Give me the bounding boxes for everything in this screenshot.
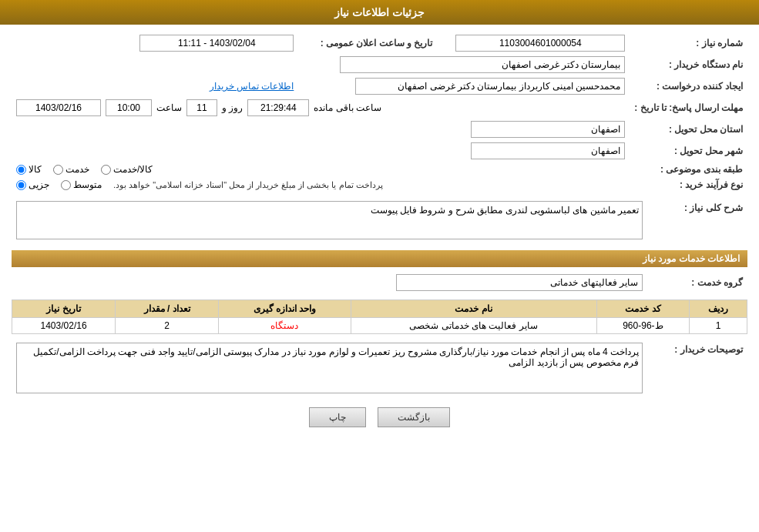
ostan-label: استان محل تحویل : [630, 119, 747, 140]
radio-khedmat-label: خدمت [65, 164, 89, 175]
sharh-table: شرح کلی نیاز : تعمیر ماشین های لباسشویی … [12, 199, 747, 244]
ijad-input: محمدحسین امینی کاربرداز بیمارستان دکتر غ… [355, 78, 625, 95]
row-tosif: توصیحات خریدار : پرداخت 4 ماه پس از انجا… [12, 340, 747, 398]
cell-radif: 1 [690, 318, 747, 334]
col-radif: ردیف [690, 300, 747, 318]
namdastgah-value: بیمارستان دکتر غرضی اصفهان [12, 54, 630, 75]
row-tabebandi: طبقه بندی موضوعی : کالا/خدمت خدمت [12, 162, 747, 177]
radio-kala-khedmat-label: کالا/خدمت [113, 164, 153, 175]
mohlat-label: مهلت ارسال پاسخ: تا تاریخ : [630, 97, 747, 119]
print-button[interactable]: چاپ [309, 407, 366, 427]
nevoe-container: پرداخت تمام یا بخشی از مبلغ خریدار از مح… [16, 179, 625, 190]
col-vahed: واحد اندازه گیری [219, 300, 351, 318]
button-row: بازگشت چاپ [12, 407, 747, 439]
namdastgah-label: نام دستگاه خریدار : [630, 54, 747, 75]
ettelaat-link[interactable]: اطلاعات تماس خریدار [210, 81, 294, 92]
nevoe-notice: پرداخت تمام یا بخشی از مبلغ خریدار از مح… [113, 180, 383, 190]
grooh-input: سایر فعالیتهای خدماتی [396, 274, 643, 291]
nevoe-radio-group: متوسط جزیی [16, 179, 102, 190]
services-table: ردیف کد خدمت نام خدمت واحد اندازه گیری ت… [12, 299, 747, 334]
rooz-label: روز و [222, 102, 243, 113]
saat-label: ساعت [156, 102, 182, 113]
row-shahr: شهر محل تحویل : اصفهان [12, 140, 747, 162]
radio-kala-khedmat[interactable]: کالا/خدمت [101, 164, 153, 175]
cell-nam: سایر فعالیت های خدماتی شخصی [351, 318, 596, 334]
radio-motaset[interactable]: متوسط [61, 179, 102, 190]
table-header-row: ردیف کد خدمت نام خدمت واحد اندازه گیری ت… [12, 300, 747, 318]
tosif-textarea[interactable]: پرداخت 4 ماه پس از انجام خدمات مورد نیاز… [16, 343, 643, 393]
back-button[interactable]: بازگشت [378, 407, 450, 427]
namdastgah-input: بیمارستان دکتر غرضی اصفهان [340, 56, 625, 73]
mohlat-saat-input: 10:00 [106, 99, 152, 116]
radio-khedmat-input[interactable] [53, 165, 63, 175]
sharh-textarea[interactable]: تعمیر ماشین های لباسشویی لندری مطابق شرح… [16, 201, 643, 239]
radio-kala-input[interactable] [16, 165, 26, 175]
cell-tedad: 2 [116, 318, 219, 334]
ijad-value: محمدحسین امینی کاربرداز بیمارستان دکتر غ… [298, 75, 630, 97]
row-shomara-tarikh: شماره نیاز : 1103004601000054 تاریخ و سا… [12, 32, 747, 54]
shomareNiaz-value: 1103004601000054 [437, 32, 630, 54]
shahr-input: اصفهان [471, 142, 625, 159]
mohlat-row: ساعت باقی مانده 21:29:44 روز و 11 ساعت 1… [16, 99, 625, 116]
col-kod: کد خدمت [596, 300, 690, 318]
tosif-label: توصیحات خریدار : [647, 340, 747, 398]
col-nam: نام خدمت [351, 300, 596, 318]
row-sharh: شرح کلی نیاز : تعمیر ماشین های لباسشویی … [12, 199, 747, 244]
tabebandi-group: کالا/خدمت خدمت کالا [16, 164, 625, 175]
nevoe-label: نوع فرآیند خرید : [630, 177, 747, 192]
page-title: جزئیات اطلاعات نیاز [334, 6, 425, 18]
mohlat-mande-label: ساعت باقی مانده [314, 102, 381, 113]
tarikh-value: 1403/02/04 - 11:11 [12, 32, 298, 54]
tosif-table: توصیحات خریدار : پرداخت 4 ماه پس از انجا… [12, 340, 747, 398]
page-wrapper: جزئیات اطلاعات نیاز شماره نیاز : 1103004… [0, 0, 759, 532]
row-ostan: استان محل تحویل : اصفهان [12, 119, 747, 140]
services-header: اطلاعات خدمات مورد نیاز [12, 250, 747, 267]
table-row: 1 ط-96-960 سایر فعالیت های خدماتی شخصی د… [12, 318, 747, 334]
cell-tarikh: 1403/02/16 [12, 318, 116, 334]
ostan-value: اصفهان [12, 119, 630, 140]
radio-jozee[interactable]: جزیی [16, 179, 49, 190]
radio-jozee-label: جزیی [29, 179, 49, 190]
cell-kod: ط-96-960 [596, 318, 690, 334]
radio-kala-label: کالا [29, 164, 42, 175]
row-namdastgah: نام دستگاه خریدار : بیمارستان دکتر غرضی … [12, 54, 747, 75]
tarikh-input: 1403/02/04 - 11:11 [139, 35, 294, 52]
radio-jozee-input[interactable] [16, 180, 26, 190]
row-grooh: گروه خدمت : سایر فعالیتهای خدماتی [12, 272, 747, 293]
row-ijad: ایجاد کننده درخواست : محمدحسین امینی کار… [12, 75, 747, 97]
content-area: شماره نیاز : 1103004601000054 تاریخ و سا… [0, 25, 759, 447]
radio-motaset-input[interactable] [61, 180, 71, 190]
shomareNiaz-input: 1103004601000054 [455, 35, 625, 52]
ijad-label: ایجاد کننده درخواست : [630, 75, 747, 97]
grooh-label: گروه خدمت : [647, 272, 747, 293]
col-tedad: تعداد / مقدار [116, 300, 219, 318]
row-mohlat: مهلت ارسال پاسخ: تا تاریخ : ساعت باقی ما… [12, 97, 747, 119]
row-nevoe: نوع فرآیند خرید : پرداخت تمام یا بخشی از… [12, 177, 747, 192]
shomareNiaz-label: شماره نیاز : [630, 32, 747, 54]
tarikh-label: تاریخ و ساعت اعلان عمومی : [298, 32, 437, 54]
tabebandi-label: طبقه بندی موضوعی : [630, 162, 747, 177]
mohlat-time-input: 21:29:44 [247, 99, 309, 116]
page-header: جزئیات اطلاعات نیاز [0, 0, 759, 25]
radio-motaset-label: متوسط [73, 179, 102, 190]
sharh-label: شرح کلی نیاز : [647, 199, 747, 244]
radio-kala[interactable]: کالا [16, 164, 42, 175]
main-info-table: شماره نیاز : 1103004601000054 تاریخ و سا… [12, 32, 747, 192]
mohlat-date-input: 1403/02/16 [16, 99, 101, 116]
radio-khedmat[interactable]: خدمت [53, 164, 89, 175]
shahr-label: شهر محل تحویل : [630, 140, 747, 162]
ostan-input: اصفهان [471, 121, 625, 138]
grooh-table: گروه خدمت : سایر فعالیتهای خدماتی [12, 272, 747, 293]
radio-kala-khedmat-input[interactable] [101, 165, 111, 175]
col-tarikh: تاریخ نیاز [12, 300, 116, 318]
mohlat-rooz-input: 11 [186, 99, 217, 116]
cell-vahed: دستگاه [219, 318, 351, 334]
